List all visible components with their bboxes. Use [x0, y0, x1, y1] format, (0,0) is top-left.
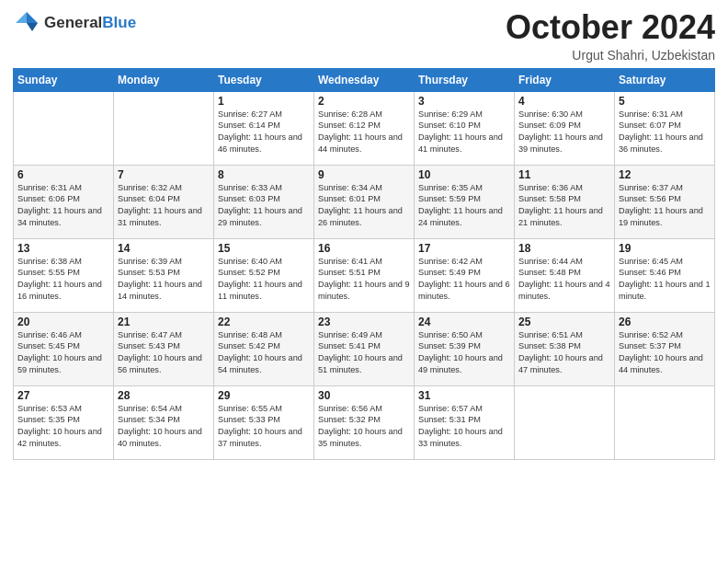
week-row-1: 1Sunrise: 6:27 AMSunset: 6:14 PMDaylight… [14, 91, 715, 165]
day-number: 27 [17, 389, 109, 402]
day-info: Sunrise: 6:52 AMSunset: 5:37 PMDaylight:… [619, 329, 711, 377]
header-row: SundayMondayTuesdayWednesdayThursdayFrid… [14, 68, 715, 91]
calendar-cell: 12Sunrise: 6:37 AMSunset: 5:56 PMDayligh… [615, 165, 715, 238]
calendar-cell: 8Sunrise: 6:33 AMSunset: 6:03 PMDaylight… [214, 165, 314, 238]
calendar-cell: 19Sunrise: 6:45 AMSunset: 5:46 PMDayligh… [615, 238, 715, 312]
day-info: Sunrise: 6:38 AMSunset: 5:55 PMDaylight:… [17, 256, 109, 304]
logo-text: GeneralBlue [44, 15, 136, 32]
week-row-2: 6Sunrise: 6:31 AMSunset: 6:06 PMDaylight… [14, 165, 715, 238]
day-info: Sunrise: 6:41 AMSunset: 5:51 PMDaylight:… [318, 256, 410, 304]
day-info: Sunrise: 6:30 AMSunset: 6:09 PMDaylight:… [518, 109, 610, 156]
day-number: 25 [518, 316, 610, 328]
day-number: 8 [218, 168, 310, 181]
calendar-cell: 10Sunrise: 6:35 AMSunset: 5:59 PMDayligh… [415, 165, 515, 238]
day-number: 23 [318, 316, 410, 328]
day-info: Sunrise: 6:40 AMSunset: 5:52 PMDaylight:… [218, 256, 310, 304]
day-number: 31 [418, 389, 510, 402]
calendar-cell: 29Sunrise: 6:55 AMSunset: 5:33 PMDayligh… [214, 385, 314, 459]
day-number: 10 [418, 168, 510, 181]
page: GeneralBlue October 2024 Urgut Shahri, U… [0, 0, 728, 563]
day-number: 28 [118, 389, 210, 402]
calendar-cell: 21Sunrise: 6:47 AMSunset: 5:43 PMDayligh… [114, 312, 214, 385]
svg-marker-1 [27, 23, 38, 31]
day-number: 17 [418, 242, 510, 255]
day-info: Sunrise: 6:46 AMSunset: 5:45 PMDaylight:… [17, 329, 109, 377]
logo-icon [13, 9, 40, 37]
day-number: 1 [218, 95, 310, 108]
day-info: Sunrise: 6:29 AMSunset: 6:10 PMDaylight:… [418, 109, 510, 156]
week-row-3: 13Sunrise: 6:38 AMSunset: 5:55 PMDayligh… [14, 238, 715, 312]
calendar-cell: 3Sunrise: 6:29 AMSunset: 6:10 PMDaylight… [415, 91, 515, 165]
day-number: 16 [318, 242, 410, 255]
day-info: Sunrise: 6:55 AMSunset: 5:33 PMDaylight:… [218, 403, 310, 451]
day-number: 7 [118, 168, 210, 181]
calendar-table: SundayMondayTuesdayWednesdayThursdayFrid… [13, 68, 715, 460]
day-info: Sunrise: 6:27 AMSunset: 6:14 PMDaylight:… [218, 109, 310, 156]
logo: GeneralBlue [13, 9, 136, 37]
calendar-cell: 20Sunrise: 6:46 AMSunset: 5:45 PMDayligh… [14, 312, 114, 385]
day-info: Sunrise: 6:47 AMSunset: 5:43 PMDaylight:… [118, 329, 210, 377]
day-header-saturday: Saturday [615, 68, 715, 91]
day-number: 5 [619, 95, 711, 108]
day-info: Sunrise: 6:31 AMSunset: 6:06 PMDaylight:… [17, 182, 109, 230]
day-number: 14 [118, 242, 210, 255]
day-info: Sunrise: 6:34 AMSunset: 6:01 PMDaylight:… [318, 182, 410, 230]
month-title: October 2024 [506, 9, 715, 46]
calendar-cell: 7Sunrise: 6:32 AMSunset: 6:04 PMDaylight… [114, 165, 214, 238]
calendar-cell: 25Sunrise: 6:51 AMSunset: 5:38 PMDayligh… [515, 312, 615, 385]
day-info: Sunrise: 6:48 AMSunset: 5:42 PMDaylight:… [218, 329, 310, 377]
week-row-5: 27Sunrise: 6:53 AMSunset: 5:35 PMDayligh… [14, 385, 715, 459]
calendar-cell: 31Sunrise: 6:57 AMSunset: 5:31 PMDayligh… [415, 385, 515, 459]
day-info: Sunrise: 6:49 AMSunset: 5:41 PMDaylight:… [318, 329, 410, 377]
calendar-cell: 14Sunrise: 6:39 AMSunset: 5:53 PMDayligh… [114, 238, 214, 312]
day-header-tuesday: Tuesday [214, 68, 314, 91]
day-number: 2 [318, 95, 410, 108]
day-info: Sunrise: 6:57 AMSunset: 5:31 PMDaylight:… [418, 403, 510, 451]
day-number: 4 [518, 95, 610, 108]
calendar-cell: 23Sunrise: 6:49 AMSunset: 5:41 PMDayligh… [314, 312, 415, 385]
day-header-sunday: Sunday [14, 68, 114, 91]
day-info: Sunrise: 6:28 AMSunset: 6:12 PMDaylight:… [318, 109, 410, 156]
calendar-cell [14, 91, 114, 165]
day-info: Sunrise: 6:33 AMSunset: 6:03 PMDaylight:… [218, 182, 310, 230]
day-header-thursday: Thursday [415, 68, 515, 91]
calendar-cell: 4Sunrise: 6:30 AMSunset: 6:09 PMDaylight… [515, 91, 615, 165]
day-number: 24 [418, 316, 510, 328]
day-number: 21 [118, 316, 210, 328]
day-number: 30 [318, 389, 410, 402]
calendar-cell: 13Sunrise: 6:38 AMSunset: 5:55 PMDayligh… [14, 238, 114, 312]
calendar-cell: 2Sunrise: 6:28 AMSunset: 6:12 PMDaylight… [314, 91, 415, 165]
calendar-cell: 30Sunrise: 6:56 AMSunset: 5:32 PMDayligh… [314, 385, 415, 459]
day-info: Sunrise: 6:44 AMSunset: 5:48 PMDaylight:… [518, 256, 610, 304]
calendar-cell: 18Sunrise: 6:44 AMSunset: 5:48 PMDayligh… [515, 238, 615, 312]
day-info: Sunrise: 6:45 AMSunset: 5:46 PMDaylight:… [619, 256, 711, 304]
day-info: Sunrise: 6:39 AMSunset: 5:53 PMDaylight:… [118, 256, 210, 304]
day-header-friday: Friday [515, 68, 615, 91]
day-info: Sunrise: 6:54 AMSunset: 5:34 PMDaylight:… [118, 403, 210, 451]
title-block: October 2024 Urgut Shahri, Uzbekistan [506, 9, 715, 63]
day-header-wednesday: Wednesday [314, 68, 415, 91]
day-info: Sunrise: 6:53 AMSunset: 5:35 PMDaylight:… [17, 403, 109, 451]
day-number: 19 [619, 242, 711, 255]
day-info: Sunrise: 6:35 AMSunset: 5:59 PMDaylight:… [418, 182, 510, 230]
day-number: 12 [619, 168, 711, 181]
day-info: Sunrise: 6:36 AMSunset: 5:58 PMDaylight:… [518, 182, 610, 230]
calendar-cell: 16Sunrise: 6:41 AMSunset: 5:51 PMDayligh… [314, 238, 415, 312]
day-number: 13 [17, 242, 109, 255]
calendar-cell: 27Sunrise: 6:53 AMSunset: 5:35 PMDayligh… [14, 385, 114, 459]
day-number: 22 [218, 316, 310, 328]
calendar-cell: 11Sunrise: 6:36 AMSunset: 5:58 PMDayligh… [515, 165, 615, 238]
calendar-cell: 15Sunrise: 6:40 AMSunset: 5:52 PMDayligh… [214, 238, 314, 312]
calendar-cell: 5Sunrise: 6:31 AMSunset: 6:07 PMDaylight… [615, 91, 715, 165]
day-number: 18 [518, 242, 610, 255]
calendar-cell [114, 91, 214, 165]
svg-marker-0 [27, 12, 38, 23]
day-info: Sunrise: 6:31 AMSunset: 6:07 PMDaylight:… [619, 109, 711, 156]
day-number: 6 [17, 168, 109, 181]
day-info: Sunrise: 6:42 AMSunset: 5:49 PMDaylight:… [418, 256, 510, 304]
calendar-cell: 24Sunrise: 6:50 AMSunset: 5:39 PMDayligh… [415, 312, 515, 385]
calendar-cell [515, 385, 615, 459]
calendar-cell: 17Sunrise: 6:42 AMSunset: 5:49 PMDayligh… [415, 238, 515, 312]
day-number: 3 [418, 95, 510, 108]
logo-general: General [44, 14, 102, 31]
